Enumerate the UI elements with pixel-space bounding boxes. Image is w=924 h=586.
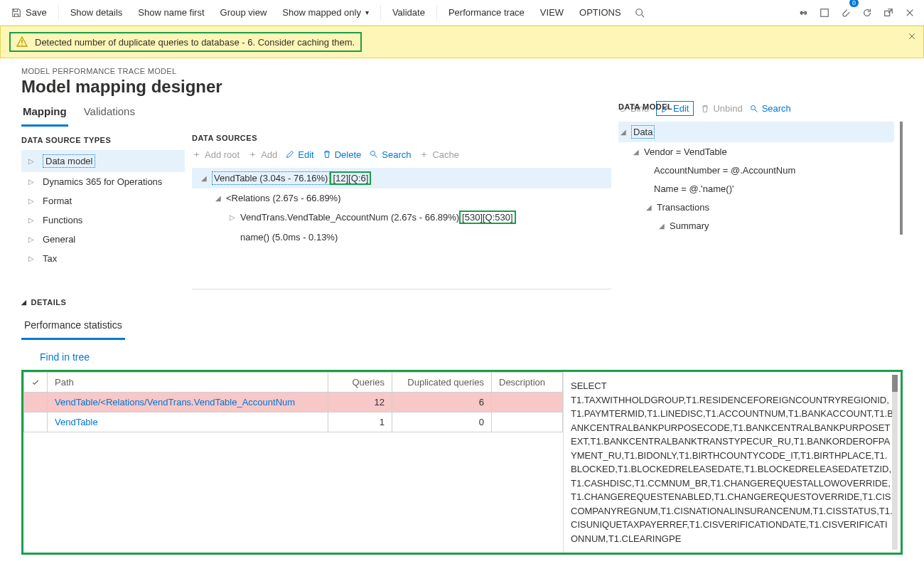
tab-validations[interactable]: Validations: [82, 102, 136, 127]
ds-type-d365[interactable]: ▷Dynamics 365 for Operations: [21, 172, 185, 191]
link-icon[interactable]: [793, 1, 813, 24]
table-row[interactable]: VendTable 1 0: [24, 412, 563, 432]
scroll-thumb[interactable]: [892, 375, 898, 392]
perf-table: Path Queries Duplicated queries Descript…: [23, 372, 563, 432]
performance-trace-button[interactable]: Performance trace: [441, 1, 532, 24]
search-icon: [370, 150, 378, 159]
svg-point-7: [371, 151, 375, 156]
col-desc[interactable]: Description: [492, 373, 563, 393]
main-tabs: Mapping Validations: [21, 102, 185, 127]
show-details-button[interactable]: Show details: [63, 1, 130, 24]
details-header[interactable]: ◢ DETAILS: [21, 298, 903, 307]
ds-type-format[interactable]: ▷Format: [21, 191, 185, 211]
breadcrumb: MODEL PERFORMANCE TRACE MODEL: [21, 67, 903, 75]
tree-node-vendtrans[interactable]: ▷ VendTrans.VendTable_AccountNum (2.67s …: [192, 207, 611, 228]
dm-node-name[interactable]: Name = @.'name()': [618, 179, 894, 198]
sql-panel: SELECT T1.TAXWITHHOLDGROUP,T1.RESIDENCEF…: [564, 372, 901, 553]
show-mapped-only-button[interactable]: Show mapped only▾: [275, 1, 376, 24]
warning-text: Detected number of duplicate queries to …: [35, 37, 355, 48]
ds-label: DATA SOURCES: [192, 134, 611, 142]
ds-types-label: DATA SOURCE TYPES: [21, 136, 185, 144]
scrollbar[interactable]: [892, 375, 898, 550]
check-column[interactable]: [24, 373, 48, 393]
search-icon[interactable]: [630, 1, 650, 24]
ds-type-general[interactable]: ▷General: [21, 230, 185, 249]
perf-tab[interactable]: Performance statistics: [21, 312, 125, 340]
expand-icon[interactable]: ▷: [227, 213, 237, 221]
table-row[interactable]: VendTable/<Relations/VendTrans.VendTable…: [24, 393, 563, 412]
warning-close-icon[interactable]: [908, 32, 916, 41]
tree-node-vendtable[interactable]: ◢ VendTable (3.04s - 76.16%)[12][Q:6]: [192, 168, 611, 188]
warning-bar: Detected number of duplicate queries to …: [0, 26, 924, 58]
view-button[interactable]: VIEW: [533, 1, 571, 24]
ds-tree: ◢ VendTable (3.04s - 76.16%)[12][Q:6] ◢ …: [192, 168, 611, 289]
attachments-icon[interactable]: 0: [836, 1, 856, 24]
group-view-button[interactable]: Group view: [213, 1, 274, 24]
delete-button[interactable]: Delete: [323, 149, 362, 160]
ds-type-data-model[interactable]: ▷Data model: [21, 150, 185, 172]
page-title: Model mapping designer: [21, 77, 903, 97]
save-button[interactable]: Save: [4, 1, 54, 24]
popout-icon[interactable]: [879, 1, 898, 24]
sql-text: SELECT T1.TAXWITHHOLDGROUP,T1.RESIDENCEF…: [571, 379, 893, 545]
badge-count: 0: [849, 0, 859, 7]
collapse-icon[interactable]: ◢: [199, 174, 209, 182]
svg-line-8: [375, 155, 377, 158]
row-path-link[interactable]: VendTable/<Relations/VendTrans.VendTable…: [55, 397, 295, 407]
pencil-icon: [286, 150, 294, 159]
refresh-icon[interactable]: [857, 1, 877, 24]
add-root-button[interactable]: ＋Add root: [192, 148, 240, 161]
ds-toolbar: ＋Add root ＋Add Edit Delete Search ＋Cache: [192, 148, 611, 161]
col-queries[interactable]: Queries: [328, 373, 392, 393]
tree-node-relations[interactable]: ◢ <Relations (2.67s - 66.89%): [192, 188, 611, 207]
row-path-link[interactable]: VendTable: [55, 417, 98, 427]
chevron-down-icon: ▾: [365, 9, 369, 16]
cache-button[interactable]: ＋Cache: [419, 148, 459, 161]
options-button[interactable]: OPTIONS: [572, 1, 628, 24]
validate-button[interactable]: Validate: [385, 1, 432, 24]
dm-label: DATA MODEL: [618, 102, 903, 111]
col-dup[interactable]: Duplicated queries: [392, 373, 492, 393]
perf-table-block: Path Queries Duplicated queries Descript…: [21, 370, 903, 555]
dm-node-account[interactable]: AccountNumber = @.AccountNum: [618, 161, 894, 179]
warning-icon: [16, 36, 28, 48]
edit-button[interactable]: Edit: [286, 149, 313, 160]
ds-search-button[interactable]: Search: [370, 149, 411, 160]
ds-types-list: ▷Data model ▷Dynamics 365 for Operations…: [21, 150, 185, 268]
add-button[interactable]: ＋Add: [248, 148, 277, 161]
svg-point-0: [635, 9, 642, 15]
dm-node-vendor[interactable]: ◢Vendor = VendTable: [618, 142, 894, 161]
trash-icon: [323, 150, 331, 159]
svg-point-6: [21, 44, 23, 46]
dm-tree: ◢Data ◢Vendor = VendTable AccountNumber …: [618, 122, 903, 235]
ds-type-functions[interactable]: ▷Functions: [21, 211, 185, 230]
tree-node-name[interactable]: name() (5.0ms - 0.13%): [192, 228, 611, 246]
office-icon[interactable]: [815, 1, 834, 24]
find-in-tree-link[interactable]: Find in tree: [21, 351, 90, 363]
svg-rect-2: [801, 12, 805, 14]
dm-node-summary[interactable]: ◢Summary: [618, 216, 894, 235]
show-name-first-button[interactable]: Show name first: [131, 1, 211, 24]
dm-node-data[interactable]: ◢Data: [618, 122, 894, 142]
dm-node-trans[interactable]: ◢Transactions: [618, 198, 894, 216]
main-toolbar: Save Show details Show name first Group …: [0, 0, 924, 26]
svg-line-1: [641, 14, 644, 17]
col-path[interactable]: Path: [48, 373, 328, 393]
tab-mapping[interactable]: Mapping: [21, 102, 68, 127]
collapse-icon[interactable]: ◢: [213, 194, 223, 202]
ds-type-tax[interactable]: ▷Tax: [21, 249, 185, 268]
close-icon[interactable]: [900, 1, 920, 24]
svg-rect-4: [885, 11, 890, 16]
svg-rect-3: [821, 9, 829, 16]
